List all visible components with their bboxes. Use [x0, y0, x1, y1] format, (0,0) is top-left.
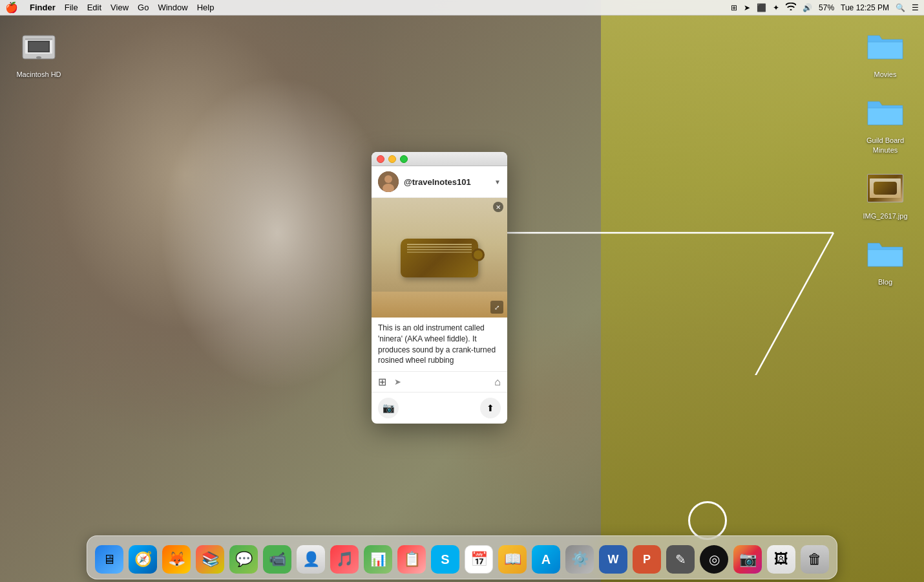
- window-minimize-button[interactable]: [388, 155, 396, 163]
- dock-reminders[interactable]: 📋: [396, 544, 427, 575]
- macintosh-hd-label: Macintosh HD: [16, 70, 61, 79]
- dock-reading[interactable]: 📖: [497, 544, 528, 575]
- window-maximize-button[interactable]: [400, 155, 408, 163]
- username-dropdown[interactable]: ▼: [494, 178, 501, 186]
- menubar-grid-icon[interactable]: ⊞: [731, 3, 737, 12]
- dock-messages[interactable]: 💬: [228, 544, 259, 575]
- svg-point-3: [36, 56, 41, 59]
- svg-rect-5: [29, 42, 48, 51]
- menu-help[interactable]: Help: [197, 3, 215, 12]
- dock-trash[interactable]: 🗑: [799, 544, 830, 575]
- username-label: @travelnotes101: [404, 177, 494, 187]
- menubar-location-icon[interactable]: ➤: [744, 3, 750, 12]
- instagram-popup-window: @travelnotes101 ▼ ✕ ⤢ This is an old ins…: [372, 152, 507, 424]
- dock-calendar[interactable]: 📅: [463, 544, 494, 575]
- menubar: 🍎 Finder File Edit View Go Window Help ⊞…: [0, 0, 924, 16]
- post-actions: ⊞ ➤ ⌂: [372, 372, 507, 393]
- menu-edit[interactable]: Edit: [87, 3, 101, 12]
- svg-rect-2: [25, 38, 52, 40]
- movies-label: Movies: [874, 70, 897, 79]
- desktop-icons-panel: Movies Guild Board Minutes IMG_2617.jpg: [859, 26, 911, 286]
- window-titlebar: [372, 152, 507, 166]
- menu-window[interactable]: Window: [158, 3, 187, 12]
- dock: 🖥 🧭 🦊 📚 💬 📹 👤 🎵: [87, 535, 837, 579]
- dock-safari[interactable]: 🧭: [127, 544, 158, 575]
- svg-point-9: [384, 175, 392, 183]
- menubar-search-icon[interactable]: 🔍: [896, 3, 905, 12]
- share-button[interactable]: ⬆: [480, 398, 501, 418]
- macintosh-hd-icon: [18, 26, 59, 67]
- menu-go[interactable]: Go: [138, 3, 149, 12]
- img2617-label: IMG_2617.jpg: [863, 211, 907, 221]
- blog-label: Blog: [878, 277, 892, 286]
- dock-word[interactable]: W: [598, 544, 629, 575]
- dock-finder[interactable]: 🖥: [94, 544, 125, 575]
- menubar-volume-icon[interactable]: 🔊: [803, 3, 812, 12]
- popup-header: @travelnotes101 ▼: [372, 166, 507, 198]
- img2617-thumbnail: [865, 167, 906, 209]
- menubar-bluetooth-icon[interactable]: ✦: [773, 3, 779, 12]
- menu-finder[interactable]: Finder: [30, 3, 56, 12]
- photo-expand-button[interactable]: ⤢: [490, 301, 503, 314]
- post-image: ✕ ⤢: [372, 198, 507, 318]
- camera-button[interactable]: 📷: [378, 398, 399, 418]
- window-close-button[interactable]: [377, 155, 384, 163]
- desktop-icon-blog[interactable]: Blog: [859, 233, 911, 286]
- menu-file[interactable]: File: [65, 3, 78, 12]
- menubar-battery: 57%: [819, 3, 834, 12]
- dock-powerpoint[interactable]: P: [631, 544, 662, 575]
- dock-appstore[interactable]: A: [530, 544, 562, 575]
- menubar-airplay-icon[interactable]: ⬛: [757, 3, 766, 12]
- photo-close-button[interactable]: ✕: [493, 202, 503, 212]
- dock-find[interactable]: ◎: [698, 544, 730, 575]
- dock-ibooks[interactable]: 📚: [194, 544, 226, 575]
- home-action-icon[interactable]: ⌂: [494, 376, 501, 388]
- guild-board-label: Guild Board Minutes: [859, 136, 911, 155]
- dock-instagram[interactable]: 📷: [732, 544, 763, 575]
- desktop-icon-guild-board[interactable]: Guild Board Minutes: [859, 92, 911, 155]
- dock-contacts[interactable]: 👤: [295, 544, 326, 575]
- menu-view[interactable]: View: [110, 3, 129, 12]
- location-action-icon[interactable]: ➤: [394, 377, 401, 387]
- menubar-wifi-icon[interactable]: [786, 3, 796, 12]
- blog-folder-icon: [865, 233, 906, 275]
- dock-script[interactable]: ✎: [665, 544, 696, 575]
- dock-itunes[interactable]: 🎵: [329, 544, 360, 575]
- dock-facetime[interactable]: 📹: [262, 544, 293, 575]
- post-bottom: 📷 ⬆: [372, 393, 507, 424]
- menubar-list-icon[interactable]: ☰: [912, 3, 919, 12]
- apple-menu[interactable]: 🍎: [5, 1, 18, 14]
- menubar-time: Tue 12:25 PM: [841, 3, 889, 12]
- movies-folder-icon: [865, 26, 906, 67]
- desktop-icon-img2617[interactable]: IMG_2617.jpg: [859, 167, 911, 221]
- desktop-icon-movies[interactable]: Movies: [859, 26, 911, 79]
- grid-action-icon[interactable]: ⊞: [378, 376, 386, 388]
- dock-sysprefs[interactable]: ⚙️: [564, 544, 595, 575]
- user-avatar: [378, 171, 399, 192]
- dock-skype[interactable]: S: [430, 544, 461, 575]
- dock-photos[interactable]: 🖼: [766, 544, 797, 575]
- guild-board-folder-icon: [865, 92, 906, 133]
- dock-firefox[interactable]: 🦊: [161, 544, 192, 575]
- dock-numbers[interactable]: 📊: [362, 544, 394, 575]
- desktop-icon-macintosh-hd[interactable]: Macintosh HD: [13, 26, 65, 79]
- post-text: This is an old instrument called 'ninera…: [372, 318, 507, 372]
